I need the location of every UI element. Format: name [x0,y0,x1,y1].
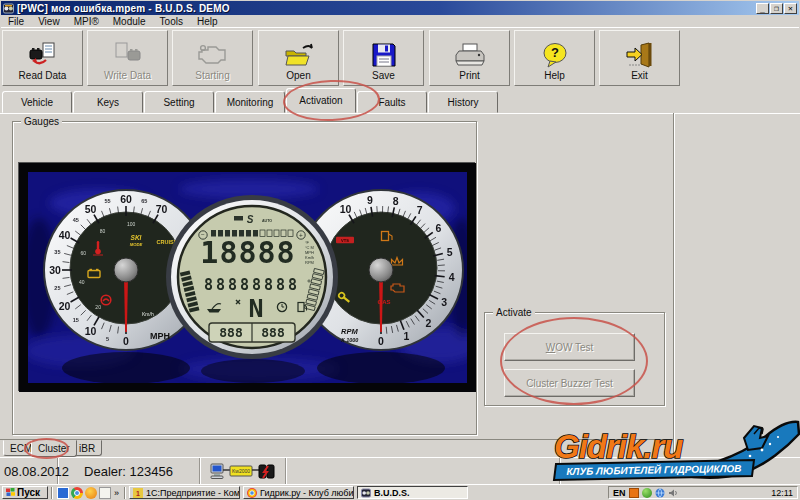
panel-divider [673,113,675,457]
quick-launch-overflow[interactable]: » [114,488,119,498]
starting-button[interactable]: Starting [172,30,253,86]
svg-text:Kw2000: Kw2000 [231,468,249,474]
task-1c[interactable]: 1 1С:Предприятие - Комп... [129,486,240,499]
taskbar-clock[interactable]: 12:11 [771,488,793,498]
taskbar-separator [124,487,126,499]
pc-icon [211,464,223,479]
ski-mode-indicator: SKI [131,234,142,241]
menu-tools[interactable]: Tools [153,16,190,27]
open-button[interactable]: Open [258,30,339,86]
save-icon [371,40,397,70]
vts-indicator: VTS [336,237,354,243]
svg-text:X 1000: X 1000 [340,337,358,343]
taskbar: Пуск » 1 1С:Предприятие - Комп... Гидрик… [0,484,800,500]
player-icon[interactable] [85,487,97,499]
cluster-buzzer-test-button[interactable]: Cluster Buzzer Test [504,369,635,397]
save-button[interactable]: Save [343,30,424,86]
menu-help[interactable]: Help [190,16,225,27]
svg-text:50: 50 [85,203,97,215]
mpem-module-icon [259,465,274,478]
menu-view[interactable]: View [31,16,67,27]
language-indicator[interactable]: EN [613,488,626,498]
tab-faults[interactable]: Faults [357,91,427,113]
svg-text:20: 20 [95,304,101,310]
activate-groupbox: Activate WOW Test Cluster Buzzer Test [484,312,665,406]
tab-activation[interactable]: Activation [286,88,356,113]
menu-module[interactable]: Module [106,16,153,27]
module-tab-cluster[interactable]: Cluster [31,440,77,457]
help-label: Help [544,70,565,81]
svg-text:10: 10 [340,203,352,215]
start-button[interactable]: Пуск [2,486,48,499]
svg-text:35: 35 [54,249,60,255]
buds-task-icon [361,488,371,498]
write-data-icon [113,40,143,70]
restore-button[interactable]: ❐ [770,3,783,14]
gauge-cluster-image: 0102030405060705152535455565 20406080100… [18,162,475,391]
tray-agent-icon[interactable] [629,488,639,498]
close-button[interactable]: ✕ [784,3,797,14]
svg-text:VTS: VTS [341,238,349,243]
svg-text:45: 45 [73,217,79,223]
status-date: 08.08.2012 [0,458,58,485]
svg-text:70: 70 [156,203,168,215]
lcd-bottom-right-value: 888 [261,325,285,340]
svg-text:8: 8 [393,195,399,207]
svg-text:10: 10 [85,325,97,337]
lcd-display: S AUTO − + 18888 °F °C M MPH Km/h RPM 88… [166,195,338,359]
status-bar: 08.08.2012 Dealer: 123456 Kw2000 [0,457,800,484]
svg-text:4: 4 [449,271,455,283]
window-title: [PWC] моя ошибка.mpem - B.U.D.S. DEMO [17,3,230,14]
write-data-button[interactable]: Write Data [87,30,168,86]
open-label: Open [286,70,310,81]
notes-icon[interactable] [99,487,111,499]
lcd-message-row: 88888888 [204,276,300,294]
kw2000-adapter-icon: Kw2000 [230,466,252,476]
svg-text:40: 40 [79,279,85,285]
svg-text:1: 1 [404,330,410,342]
tab-setting[interactable]: Setting [144,91,214,113]
svg-text:65: 65 [141,198,147,204]
print-button[interactable]: Print [429,30,510,86]
svg-text:0: 0 [123,335,129,347]
tab-history[interactable]: History [428,91,498,113]
read-data-button[interactable]: Read Data [2,30,83,86]
tray-volume-icon[interactable] [668,488,678,498]
tray-antivirus-icon[interactable] [642,488,652,498]
exit-button[interactable]: Exit [599,30,680,86]
tray-network-icon[interactable] [655,488,665,498]
svg-text:9: 9 [367,194,373,206]
svg-text:25: 25 [54,285,60,291]
minimize-button[interactable]: _ [756,3,769,14]
lcd-main-value: 18888 [200,235,295,270]
menu-bar: File View MPI® Module Tools Help [1,15,799,28]
wow-test-button[interactable]: WOW Test [504,333,635,361]
svg-text:5: 5 [106,336,109,342]
tab-keys[interactable]: Keys [73,91,143,113]
task-gidrik[interactable]: Гидрик.ру - Клуб люби... [243,486,354,499]
svg-text:60: 60 [81,250,87,256]
help-icon: ? [542,40,568,70]
svg-text:80: 80 [100,228,106,234]
svg-text:AUTO: AUTO [262,219,272,223]
svg-text:5: 5 [447,246,453,258]
app-icon [3,3,14,14]
tab-monitoring[interactable]: Monitoring [215,91,285,113]
menu-mpi[interactable]: MPI® [67,16,106,27]
task-buds[interactable]: B.U.D.S. [357,486,468,499]
tab-vehicle[interactable]: Vehicle [2,91,72,113]
show-desktop-icon[interactable] [57,487,69,499]
write-data-label: Write Data [104,70,151,81]
svg-text:+: + [299,232,303,239]
save-label: Save [372,70,395,81]
help-button[interactable]: ? Help [514,30,595,86]
svg-text:100: 100 [127,221,136,227]
module-tabs: ECM Cluster iBR [0,439,673,457]
lcd-bottom-left-value: 888 [219,325,243,340]
kmh-unit-label: Km/h [142,311,154,317]
status-connection: Kw2000 [200,458,286,485]
menu-file[interactable]: File [1,16,31,27]
chrome-icon[interactable] [71,487,83,499]
starting-label: Starting [195,70,229,81]
svg-text:2: 2 [426,317,432,329]
